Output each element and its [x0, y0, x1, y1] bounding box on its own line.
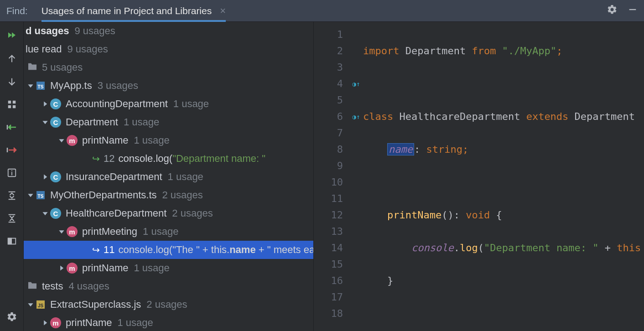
tree-class-accounting[interactable]: C AccountingDepartment 1 usage	[24, 95, 313, 113]
line-number: 12	[104, 153, 114, 165]
gutter-marks: ◑↑ ◑↑	[349, 22, 363, 331]
import-icon[interactable]	[6, 121, 18, 133]
tree-method-printname3[interactable]: m printName 1 usage	[24, 314, 313, 331]
usage-count: 2 usages	[146, 299, 187, 310]
ts-file-icon: TS	[36, 81, 46, 91]
chevron-down-icon[interactable]	[27, 83, 36, 89]
tree-label: printName	[66, 317, 112, 329]
settings-icon[interactable]	[6, 311, 18, 323]
tree-class-insurance[interactable]: C InsuranceDepartment 1 usage	[24, 168, 313, 186]
find-tab-title: Usages of name in Project and Libraries	[42, 5, 212, 16]
tree-method-printname2[interactable]: m printName 1 usage	[24, 259, 313, 277]
svg-rect-7	[11, 172, 12, 175]
svg-text:JS: JS	[38, 303, 44, 308]
info-icon[interactable]	[6, 167, 18, 179]
class-icon: C	[50, 98, 61, 109]
export-icon[interactable]	[6, 144, 18, 156]
usage-count: 2 usages	[172, 207, 213, 219]
override-icon[interactable]: ◑↑	[353, 76, 360, 92]
tree-folder-tests[interactable]: tests 4 usages	[24, 277, 313, 295]
usage-count: 1 usage	[124, 116, 159, 128]
chevron-down-icon[interactable]	[42, 210, 50, 217]
folder-icon	[27, 280, 37, 292]
usage-count: 1 usage	[143, 226, 178, 238]
svg-rect-6	[11, 171, 12, 171]
tree-label: printName	[82, 262, 128, 274]
tree-file-extract[interactable]: JS ExtractSuperclass.js 2 usages	[24, 295, 313, 314]
line-number: 11	[104, 244, 114, 256]
minimize-icon[interactable]	[628, 5, 638, 17]
group-icon[interactable]	[6, 98, 18, 110]
tree-label: printMeeting	[82, 226, 137, 238]
line-gutter: 123 456 789 101112 131415 161718	[314, 22, 349, 331]
arrow-up-icon[interactable]	[6, 53, 18, 65]
find-tab[interactable]: Usages of name in Project and Libraries …	[42, 0, 226, 22]
tree-category[interactable]: lue read 9 usages	[24, 40, 313, 58]
usage-count: 2 usages	[162, 189, 203, 201]
tree-file-myapp[interactable]: TS MyApp.ts 3 usages	[24, 77, 313, 95]
method-icon: m	[67, 263, 78, 274]
chevron-down-icon[interactable]	[42, 119, 50, 125]
svg-rect-9	[8, 238, 11, 244]
ts-file-icon: TS	[36, 190, 46, 200]
class-icon: C	[50, 117, 61, 128]
chevron-down-icon[interactable]	[27, 301, 36, 308]
usage-count: 1 usage	[134, 134, 169, 146]
method-icon: m	[67, 226, 78, 237]
tree-file-myother[interactable]: TS MyOtherDepartments.ts 2 usages	[24, 186, 313, 204]
chevron-down-icon[interactable]	[58, 228, 67, 235]
folder-icon	[27, 62, 37, 73]
chevron-right-icon[interactable]	[58, 265, 67, 271]
code-area[interactable]: import Department from "./MyApp"; class …	[363, 22, 644, 331]
tree-usage-line[interactable]: ↪ 12 console.log("Department name: "	[24, 150, 313, 168]
highlighted-name: name	[387, 143, 414, 155]
tree-label: InsuranceDepartment	[66, 171, 162, 183]
tree-method-printname[interactable]: m printName 1 usage	[24, 131, 313, 150]
usage-count: 9 usages	[68, 43, 108, 55]
tree-class-department[interactable]: C Department 1 usage	[24, 113, 313, 131]
chevron-right-icon[interactable]	[42, 320, 50, 326]
usage-count: 3 usages	[98, 80, 138, 92]
svg-text:TS: TS	[38, 84, 44, 89]
class-icon: C	[50, 208, 61, 219]
tree-class-healthcare[interactable]: C HealthcareDepartment 2 usages	[24, 204, 313, 222]
close-icon[interactable]: ×	[220, 5, 226, 17]
gear-icon[interactable]	[607, 4, 618, 17]
method-icon: m	[50, 317, 61, 328]
tree-label: MyApp.ts	[50, 80, 92, 92]
expand-all-icon[interactable]	[6, 190, 18, 202]
usage-count: 1 usage	[134, 262, 169, 274]
collapse-all-icon[interactable]	[6, 212, 18, 224]
usage-count: 1 usage	[168, 171, 203, 183]
chevron-right-icon[interactable]	[42, 174, 50, 180]
override-icon[interactable]: ◑↑	[353, 109, 360, 125]
tree-label: lue read	[26, 43, 62, 55]
main-area: d usages 9 usages lue read 9 usages 5 us…	[0, 22, 644, 331]
tree-label: AccountingDepartment	[66, 98, 168, 110]
svg-rect-4	[12, 105, 15, 108]
preview-icon[interactable]	[6, 235, 18, 247]
arrow-down-icon[interactable]	[6, 76, 18, 88]
tree-method-printmeeting[interactable]: m printMeeting 1 usage	[24, 222, 313, 241]
chevron-right-icon[interactable]	[42, 101, 50, 107]
chevron-down-icon[interactable]	[27, 192, 36, 198]
tree-folder[interactable]: 5 usages	[24, 58, 313, 77]
usages-tree[interactable]: d usages 9 usages lue read 9 usages 5 us…	[24, 22, 314, 331]
tree-usage-selected[interactable]: ↪ 11 console.log("The " + this.name + " …	[24, 241, 314, 259]
rerun-icon[interactable]	[6, 30, 18, 42]
usage-count: 1 usage	[173, 98, 209, 110]
method-icon: m	[67, 135, 78, 146]
usage-count: 5 usages	[42, 62, 83, 73]
usage-count: 4 usages	[68, 280, 109, 292]
svg-text:TS: TS	[38, 194, 44, 199]
usage-arrow-icon: ↪	[92, 153, 100, 164]
code-snippet: console.log("The " + this.name + " meets…	[118, 244, 314, 256]
tree-label: HealthcareDepartment	[66, 207, 166, 219]
tree-root[interactable]: d usages 9 usages	[24, 22, 313, 40]
tree-label: d usages	[26, 25, 69, 37]
chevron-down-icon[interactable]	[58, 137, 67, 144]
tree-label: ExtractSuperclass.js	[50, 299, 141, 310]
usage-count: 1 usage	[117, 317, 153, 329]
tree-label: Department	[66, 116, 118, 128]
preview-editor[interactable]: 123 456 789 101112 131415 161718 ◑↑ ◑↑ i…	[314, 22, 644, 331]
